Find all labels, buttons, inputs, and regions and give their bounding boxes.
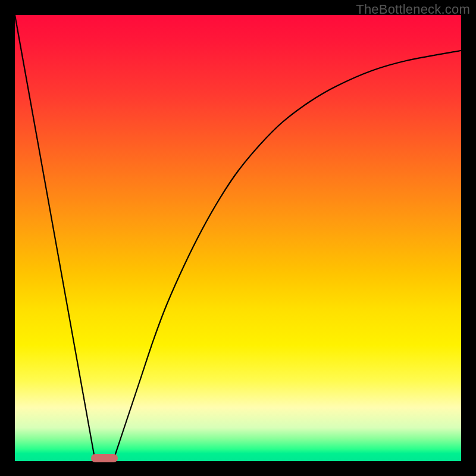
curve-left — [15, 15, 95, 461]
chart-frame: TheBottleneck.com — [0, 0, 476, 476]
watermark-text: TheBottleneck.com — [356, 2, 470, 17]
curve-svg — [15, 15, 461, 461]
optimum-marker — [91, 454, 118, 462]
plot-area — [15, 15, 461, 461]
curve-right — [113, 51, 461, 461]
